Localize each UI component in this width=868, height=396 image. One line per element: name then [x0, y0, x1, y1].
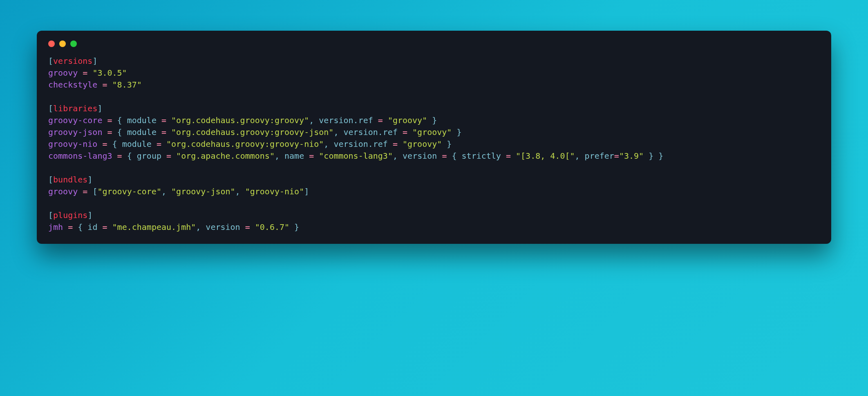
- value-groovy-version: "3.0.5": [92, 68, 127, 78]
- value-version: "0.6.7": [255, 222, 289, 232]
- brace-close: }: [289, 222, 299, 232]
- equals: =: [97, 80, 112, 90]
- comma: ,: [235, 187, 245, 196]
- bracket-close: ]: [92, 56, 97, 66]
- brace-close: }: [427, 115, 437, 125]
- equals: =: [97, 139, 112, 149]
- attr-strictly: strictly: [462, 151, 501, 161]
- zoom-icon[interactable]: [70, 40, 77, 47]
- attr-module: module: [122, 139, 152, 149]
- attr-name: name: [284, 151, 304, 161]
- key-checkstyle: checkstyle: [48, 80, 97, 90]
- equals: =: [304, 151, 319, 161]
- attr-version-ref: version.ref: [344, 127, 398, 137]
- bracket-close: ]: [87, 175, 92, 184]
- close-icon[interactable]: [48, 40, 55, 47]
- bracket-open: [: [48, 56, 53, 66]
- value-strictly: "[3.8, 4.0[": [516, 151, 575, 161]
- equals: =: [97, 222, 112, 232]
- value-module: "org.codehaus.groovy:groovy-json": [171, 127, 333, 137]
- section-bundles: bundles: [53, 175, 87, 184]
- value-module: "org.codehaus.groovy:groovy": [171, 115, 309, 125]
- value-group: "org.apache.commons": [176, 151, 275, 161]
- code-window: [versions] groovy = "3.0.5" checkstyle =…: [37, 31, 831, 244]
- equals: =: [614, 151, 619, 161]
- comma: ,: [333, 127, 343, 137]
- comma: ,: [275, 151, 284, 161]
- comma: ,: [393, 151, 403, 161]
- comma: ,: [324, 139, 333, 149]
- brace-close: }: [442, 139, 452, 149]
- equals: =: [78, 187, 92, 196]
- key-commons-lang3: commons-lang3: [48, 151, 112, 161]
- comma: ,: [161, 187, 171, 196]
- equals: =: [63, 222, 78, 232]
- equals: =: [78, 68, 92, 78]
- bracket-open: [: [92, 187, 97, 196]
- brace-close: }: [653, 151, 663, 161]
- equals: =: [373, 115, 388, 125]
- minimize-icon[interactable]: [59, 40, 66, 47]
- section-libraries: libraries: [53, 104, 97, 113]
- value-id: "me.champeau.jmh": [112, 222, 196, 232]
- attr-prefer: prefer: [585, 151, 614, 161]
- bundle-item: "groovy-json": [171, 187, 235, 196]
- brace-open: {: [127, 151, 137, 161]
- key-groovy-core: groovy-core: [48, 115, 102, 125]
- attr-group: group: [137, 151, 161, 161]
- window-titlebar: [48, 39, 820, 55]
- value-module: "org.codehaus.groovy:groovy-nio": [166, 139, 324, 149]
- comma: ,: [309, 115, 319, 125]
- key-groovy: groovy: [48, 68, 78, 78]
- value-prefer: "3.9": [619, 151, 644, 161]
- value-version-ref: "groovy": [388, 115, 427, 125]
- bracket-open: [: [48, 104, 53, 113]
- bracket-open: [: [48, 175, 53, 184]
- key-groovy-json: groovy-json: [48, 127, 102, 137]
- bundle-item: "groovy-core": [97, 187, 161, 196]
- value-version-ref: "groovy": [403, 139, 442, 149]
- attr-module: module: [127, 127, 157, 137]
- equals: =: [157, 115, 171, 125]
- brace-close: }: [452, 127, 461, 137]
- equals: =: [398, 127, 412, 137]
- attr-version: version: [403, 151, 437, 161]
- brace-open: {: [78, 222, 87, 232]
- value-version-ref: "groovy": [412, 127, 452, 137]
- bracket-close: ]: [87, 210, 92, 220]
- section-versions: versions: [53, 56, 92, 66]
- attr-version-ref: version.ref: [319, 115, 373, 125]
- attr-version-ref: version.ref: [333, 139, 387, 149]
- equals: =: [388, 139, 403, 149]
- equals: =: [102, 115, 117, 125]
- value-checkstyle-version: "8.37": [112, 80, 142, 90]
- comma: ,: [196, 222, 206, 232]
- key-jmh: jmh: [48, 222, 63, 232]
- section-plugins: plugins: [53, 210, 87, 220]
- attr-version: version: [206, 222, 240, 232]
- bracket-open: [: [48, 210, 53, 220]
- attr-id: id: [87, 222, 97, 232]
- value-name: "commons-lang3": [319, 151, 393, 161]
- bundle-item: "groovy-nio": [245, 187, 304, 196]
- bracket-close: ]: [97, 104, 102, 113]
- equals: =: [152, 139, 166, 149]
- comma: ,: [575, 151, 585, 161]
- equals: =: [501, 151, 516, 161]
- equals: =: [112, 151, 127, 161]
- brace-open: {: [117, 115, 127, 125]
- attr-module: module: [127, 115, 157, 125]
- equals: =: [437, 151, 452, 161]
- equals: =: [102, 127, 117, 137]
- brace-open: {: [452, 151, 461, 161]
- equals: =: [161, 151, 176, 161]
- brace-open: {: [117, 127, 127, 137]
- brace-close: }: [644, 151, 653, 161]
- equals: =: [157, 127, 171, 137]
- key-groovy-nio: groovy-nio: [48, 139, 97, 149]
- code-editor[interactable]: [versions] groovy = "3.0.5" checkstyle =…: [48, 55, 820, 233]
- brace-open: {: [112, 139, 122, 149]
- bracket-close: ]: [304, 187, 309, 196]
- equals: =: [240, 222, 255, 232]
- key-bundle-groovy: groovy: [48, 187, 78, 196]
